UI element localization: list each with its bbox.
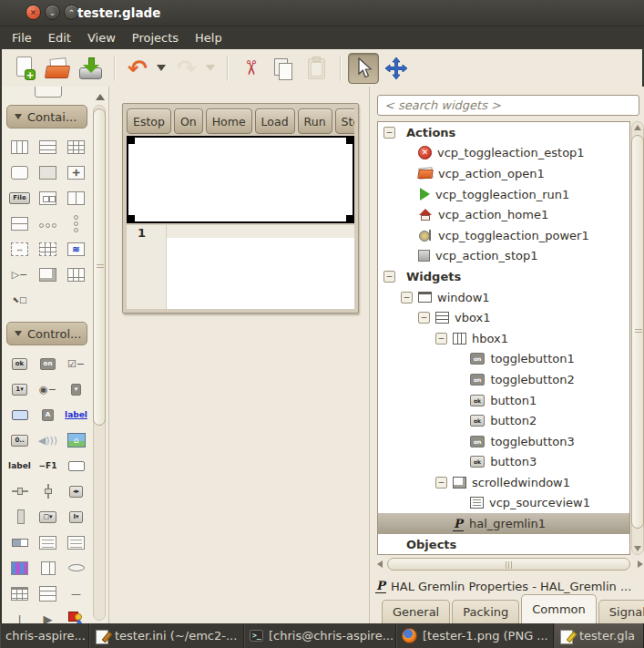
palette-hseparator-icon[interactable]: —	[62, 581, 90, 606]
undo-dropdown-arrow[interactable]	[155, 53, 168, 84]
palette-hpaned-icon[interactable]	[62, 185, 90, 211]
palette-fixed-icon[interactable]: ✛	[62, 159, 90, 185]
menu-edit[interactable]: Edit	[40, 26, 79, 49]
palette-vscrollbar-icon[interactable]	[5, 504, 34, 530]
tab-packing[interactable]: Packing	[452, 600, 519, 623]
palette-linkbutton-icon[interactable]: label	[62, 402, 90, 427]
minimize-button[interactable]: ⌄	[45, 5, 60, 20]
design-sourceview1[interactable]: 1	[127, 225, 354, 309]
palette-image-icon[interactable]: ⌂	[62, 427, 90, 453]
tree-row-button2[interactable]: okbutton2	[378, 410, 629, 431]
menu-file[interactable]: File	[4, 26, 40, 49]
taskbar-item-2[interactable]: tester.ini (~/emc2-...	[89, 623, 244, 648]
palette-calendar-icon[interactable]	[5, 581, 34, 606]
palette-hpaned-small-icon[interactable]	[34, 555, 62, 581]
palette-section-containers[interactable]: Contai...	[6, 105, 87, 129]
tree-row-vcp_action_open1[interactable]: vcp_action_open1	[378, 163, 629, 184]
menu-view[interactable]: View	[79, 26, 124, 49]
document-open-button[interactable]	[42, 53, 73, 84]
scroll-up-arrow-icon[interactable]	[96, 94, 105, 100]
tree-hscroll-thumb[interactable]	[387, 558, 630, 571]
tree-row-vcp_toggleaction_power1[interactable]: vcp_toggleaction_power1	[378, 225, 629, 246]
tree-row-button1[interactable]: okbutton1	[378, 390, 629, 411]
scroll-up-arrow-icon[interactable]	[634, 125, 641, 130]
design-button-stop[interactable]: Stop	[335, 108, 354, 134]
palette-vscale-icon[interactable]	[34, 478, 62, 504]
palette-hbuttonbox-dots-icon[interactable]	[34, 211, 62, 236]
taskbar-item-3[interactable]: >_[chris@chris-aspire...	[244, 623, 396, 648]
tree-expander-icon[interactable]: −	[435, 333, 447, 345]
tree-row-vcp_sourceview1[interactable]: vcp_sourceview1	[378, 493, 629, 514]
palette-accellabel-icon[interactable]: −F1	[34, 453, 62, 478]
palette-notebook-icon[interactable]: ≋	[62, 236, 90, 262]
paste-button[interactable]	[301, 53, 332, 84]
palette-hseparator-pill-icon[interactable]	[62, 555, 90, 581]
taskbar-item-5[interactable]: tester.gla	[554, 623, 644, 648]
drag-resize-button[interactable]	[381, 53, 412, 84]
menu-projects[interactable]: Projects	[124, 26, 187, 49]
palette-frame-icon[interactable]	[5, 159, 34, 185]
palette-entry-icon[interactable]	[5, 402, 34, 427]
palette-statusbar-icon[interactable]: 0..	[5, 427, 34, 453]
palette-comboboxentry-icon[interactable]: I▾	[62, 504, 90, 530]
selection-handle[interactable]	[346, 136, 354, 144]
palette-alignment-icon[interactable]	[34, 159, 62, 185]
palette-handlebox-icon[interactable]: ⬉□	[5, 287, 34, 313]
tree-row-actions[interactable]: −Actions	[378, 122, 629, 143]
palette-section-controls[interactable]: Control...	[6, 322, 87, 345]
tree-expander-icon[interactable]: −	[418, 312, 430, 324]
select-tool-button[interactable]	[348, 53, 379, 84]
scroll-left-arrow-icon[interactable]	[377, 561, 383, 568]
search-widgets-input[interactable]: < search widgets >	[377, 95, 639, 116]
tree-expander-icon[interactable]: −	[435, 477, 447, 489]
palette-hbuttonbox-icon[interactable]	[34, 185, 62, 211]
palette-combobox-icon[interactable]: ▾	[62, 376, 90, 402]
palette-table-icon[interactable]	[62, 134, 90, 159]
tab-signals[interactable]: Signals	[598, 600, 644, 623]
palette-combobox2-icon[interactable]: □▾	[34, 504, 62, 530]
close-button[interactable]: ✕	[26, 5, 41, 20]
palette-arrow-icon[interactable]: ▶	[34, 606, 62, 623]
menu-help[interactable]: Help	[187, 26, 230, 49]
taskbar-item-1[interactable]: chris-aspire...	[0, 623, 89, 648]
palette-button-ok-icon[interactable]: ok	[5, 351, 34, 376]
scroll-right-arrow-icon[interactable]	[638, 561, 643, 568]
palette-hscrollbar-icon[interactable]: ◂▸	[62, 478, 90, 504]
palette-toolbar-widget-icon[interactable]	[62, 262, 90, 287]
tree-row-scrolledwindow1[interactable]: −scrolledwindow1	[378, 472, 629, 493]
tree-vscroll-thumb[interactable]	[631, 135, 644, 529]
design-window1[interactable]: EstopOnHomeLoadRunStop 1	[122, 103, 359, 314]
palette-hscale-icon[interactable]	[5, 478, 34, 504]
palette-hbox-icon[interactable]	[5, 134, 34, 159]
tree-row-vcp_toggleaction_run1[interactable]: vcp_toggleaction_run1	[378, 184, 629, 205]
design-button-estop[interactable]: Estop	[127, 108, 171, 134]
palette-vbuttonbox-dots-icon[interactable]	[62, 211, 90, 236]
palette-radiobutton-icon[interactable]: ◉−	[34, 376, 62, 402]
palette-textview2-icon[interactable]	[62, 530, 90, 555]
palette-colorview-icon[interactable]	[5, 555, 34, 581]
cut-button[interactable]: ✂	[235, 53, 266, 84]
tab-common[interactable]: Common	[521, 594, 597, 623]
design-hal-gremlin1-selected[interactable]	[127, 136, 354, 223]
palette-spinbutton-icon[interactable]: 1▾	[5, 376, 34, 402]
design-button-home[interactable]: Home	[206, 108, 252, 134]
tree-horizontal-scrollbar[interactable]	[375, 558, 644, 571]
tree-row-window1[interactable]: −window1	[378, 287, 629, 308]
redo-dropdown-arrow[interactable]	[204, 53, 217, 84]
taskbar-item-4[interactable]: [tester-1.png (PNG ...	[396, 623, 554, 648]
tree-row-hbox1[interactable]: −hbox1	[378, 328, 629, 349]
undo-button[interactable]: ↶	[122, 53, 153, 84]
palette-gremlin-palette-icon[interactable]	[62, 606, 90, 623]
tree-row-button3[interactable]: okbutton3	[378, 452, 629, 473]
palette-expander-icon[interactable]: ▷−	[5, 262, 34, 287]
tree-expander-icon[interactable]: −	[401, 292, 413, 303]
palette-list-icon[interactable]	[34, 581, 62, 606]
tree-row-vcp_action_home1[interactable]: vcp_action_home1	[378, 204, 629, 225]
tree-row-hal_gremlin1[interactable]: Phal_gremlin1	[378, 513, 629, 534]
palette-scrollbar[interactable]	[92, 94, 107, 621]
design-button-load[interactable]: Load	[255, 108, 295, 134]
palette-vpaned-icon[interactable]	[5, 211, 34, 236]
tree-row-togglebutton2[interactable]: ontogglebutton2	[378, 369, 629, 390]
design-hbox1[interactable]: EstopOnHomeLoadRunStop	[127, 108, 354, 135]
palette-progressbar-icon[interactable]	[5, 530, 34, 555]
